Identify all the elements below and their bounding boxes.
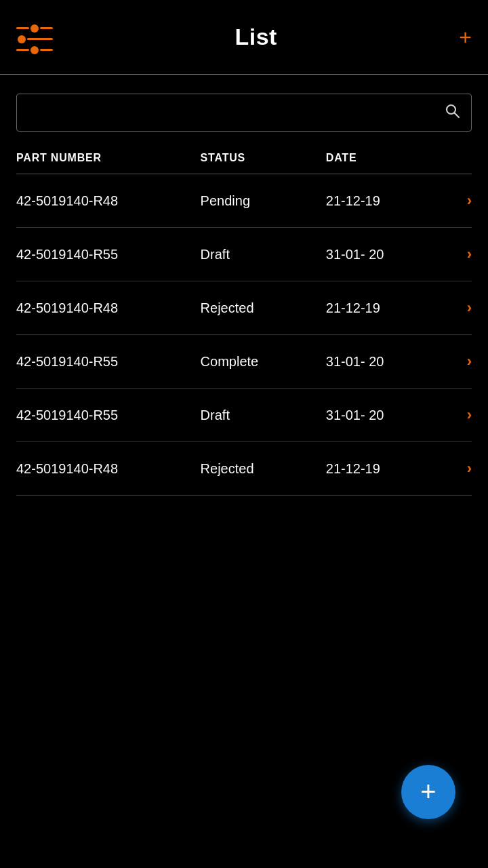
parts-table: PART NUMBER STATUS DATE 42-5019140-R48 P… [0, 145, 488, 496]
table-row[interactable]: 42-5019140-R55 Draft 31-01- 20 › [16, 228, 472, 281]
table-row[interactable]: 42-5019140-R48 Rejected 21-12-19 › [16, 281, 472, 335]
table-header: PART NUMBER STATUS DATE [16, 145, 472, 174]
cell-status: Draft [201, 408, 230, 422]
header-add-button[interactable]: + [459, 26, 472, 48]
table-row[interactable]: 42-5019140-R48 Pending 21-12-19 › [16, 174, 472, 228]
cell-part-number: 42-5019140-R48 [16, 461, 118, 476]
row-chevron-icon: › [467, 460, 472, 477]
col-header-date: DATE [326, 152, 451, 164]
table-row[interactable]: 42-5019140-R55 Complete 31-01- 20 › [16, 335, 472, 389]
fab-add-button[interactable]: + [401, 765, 455, 819]
cell-date: 31-01- 20 [326, 247, 384, 262]
fab-plus-icon: + [420, 778, 436, 805]
search-section [0, 75, 488, 145]
table-row[interactable]: 42-5019140-R55 Draft 31-01- 20 › [16, 389, 472, 442]
search-box [16, 94, 472, 132]
cell-part-number: 42-5019140-R48 [16, 300, 118, 315]
svg-line-1 [455, 113, 460, 118]
cell-date: 31-01- 20 [326, 408, 384, 422]
filter-button[interactable] [16, 22, 53, 53]
row-chevron-icon: › [467, 353, 472, 370]
app-header: List + [0, 0, 488, 75]
cell-part-number: 42-5019140-R55 [16, 247, 118, 262]
cell-status: Rejected [201, 300, 254, 315]
cell-part-number: 42-5019140-R55 [16, 354, 118, 369]
search-input[interactable] [28, 106, 444, 120]
cell-status: Draft [201, 247, 230, 262]
cell-status: Pending [201, 193, 250, 208]
search-icon [444, 102, 460, 123]
col-header-part-number: PART NUMBER [16, 152, 201, 164]
cell-date: 31-01- 20 [326, 354, 384, 369]
row-chevron-icon: › [467, 299, 472, 316]
cell-status: Complete [201, 354, 259, 369]
col-header-status: STATUS [201, 152, 326, 164]
row-chevron-icon: › [467, 192, 472, 209]
row-chevron-icon: › [467, 406, 472, 423]
cell-part-number: 42-5019140-R48 [16, 193, 118, 208]
cell-status: Rejected [201, 461, 254, 476]
cell-part-number: 42-5019140-R55 [16, 408, 118, 422]
row-chevron-icon: › [467, 245, 472, 262]
cell-date: 21-12-19 [326, 193, 380, 208]
cell-date: 21-12-19 [326, 461, 380, 476]
page-title: List [235, 24, 277, 50]
table-rows-container: 42-5019140-R48 Pending 21-12-19 › 42-501… [16, 174, 472, 496]
cell-date: 21-12-19 [326, 300, 380, 315]
table-row[interactable]: 42-5019140-R48 Rejected 21-12-19 › [16, 442, 472, 496]
